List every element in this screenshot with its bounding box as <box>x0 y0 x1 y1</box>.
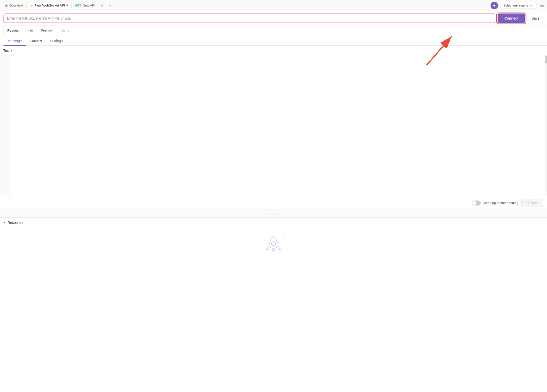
svg-text:✦: ✦ <box>262 237 263 239</box>
svg-point-11 <box>271 242 276 246</box>
chevron-down-icon: ▾ <box>532 4 534 7</box>
overview-icon: ▣ <box>5 4 8 7</box>
message-body: Text ▾ 1 <box>0 46 547 210</box>
line-numbers: 1 <box>0 55 10 196</box>
more-tabs-button[interactable]: ··· <box>106 2 113 9</box>
connect-button-wrapper: Connect <box>498 14 525 23</box>
add-tab-button[interactable]: + <box>99 2 105 9</box>
svg-text:✦: ✦ <box>284 236 285 237</box>
lightning-button[interactable] <box>491 2 498 9</box>
websocket-icon: ⚡ <box>30 4 33 7</box>
code-editor[interactable] <box>10 55 545 196</box>
tab-overview[interactable]: ▣ Overview <box>2 2 26 9</box>
collapse-icon: ▾ <box>4 221 6 224</box>
message-toolbar: Text ▾ <box>0 46 547 55</box>
scrollbar-track[interactable] <box>545 55 547 196</box>
clear-input-label: Clear input after sending <box>472 201 518 206</box>
panel-divider[interactable]: ... <box>0 210 547 217</box>
tab-bar-right: Select environment ▾ ☰ <box>491 2 545 9</box>
toggle-knob <box>472 201 476 205</box>
panels: Message Params Settings Text ▾ <box>0 35 547 392</box>
response-header[interactable]: ▾ Response <box>0 218 547 228</box>
tab-get-api-label: New API <box>83 4 95 7</box>
tab-params[interactable]: Params <box>26 36 46 46</box>
sub-tab-bar: Request Info Preview Name <box>0 26 547 35</box>
response-content: ✦ ✦ ✦ ✦ + + <box>0 228 547 265</box>
clear-toggle[interactable] <box>472 201 481 206</box>
svg-text:✦: ✦ <box>260 247 261 248</box>
text-type-label: Text <box>3 49 10 53</box>
send-button[interactable]: Send <box>521 199 543 207</box>
send-label: Send <box>531 201 538 205</box>
tab-preview[interactable]: Preview <box>37 26 56 35</box>
clear-input-text: Clear input after sending <box>483 201 518 205</box>
tab-bar: ▣ Overview ⚡ New WebSocket API GET New A… <box>0 0 547 11</box>
line-number-1: 1 <box>0 57 10 62</box>
hamburger-menu-icon[interactable]: ☰ <box>539 2 545 9</box>
tab-name[interactable]: Name <box>57 26 73 35</box>
tab-websocket[interactable]: ⚡ New WebSocket API <box>26 2 72 9</box>
editor-area: 1 <box>0 55 547 196</box>
get-method-label: GET <box>75 4 81 7</box>
tab-overview-label: Overview <box>9 4 23 7</box>
response-section: ▾ Response ✦ ✦ ✦ ✦ + + <box>0 217 547 392</box>
main-content: Connect Save Request Info Preview Name M… <box>0 11 547 392</box>
svg-text:✦: ✦ <box>287 244 289 245</box>
format-icon[interactable] <box>539 48 544 53</box>
top-panel: Message Params Settings Text ▾ <box>0 35 547 210</box>
tab-request[interactable]: Request <box>4 26 23 35</box>
svg-text:+: + <box>269 234 270 235</box>
bottom-bar: Clear input after sending Send <box>0 196 547 210</box>
message-tab-bar: Message Params Settings <box>0 36 547 46</box>
tab-websocket-label: New WebSocket API <box>35 4 65 7</box>
tab-info[interactable]: Info <box>24 26 37 35</box>
text-type-selector[interactable]: Text ▾ <box>3 49 12 53</box>
tab-get-api[interactable]: GET New API <box>72 2 98 9</box>
connect-button[interactable]: Connect <box>498 14 525 23</box>
unsaved-dot <box>66 5 68 6</box>
response-label: Response <box>8 221 23 225</box>
send-icon <box>526 201 529 205</box>
tab-message[interactable]: Message <box>4 36 26 46</box>
scrollbar-thumb <box>545 56 547 63</box>
url-input[interactable] <box>4 14 495 23</box>
rocket-illustration: ✦ ✦ ✦ ✦ + + <box>256 233 291 260</box>
save-button[interactable]: Save <box>527 14 543 23</box>
type-chevron-icon: ▾ <box>11 49 12 52</box>
environment-select[interactable]: Select environment ▾ <box>501 2 536 9</box>
environment-label: Select environment <box>503 4 531 7</box>
url-bar: Connect Save <box>0 11 547 26</box>
tab-settings[interactable]: Settings <box>46 36 67 46</box>
